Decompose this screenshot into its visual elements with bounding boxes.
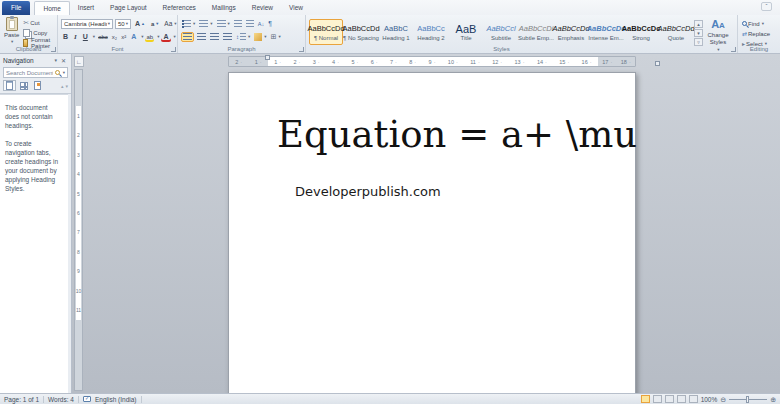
bullets-button[interactable]: ▾: [181, 20, 196, 28]
tab-selector-button[interactable]: ∟: [74, 56, 84, 67]
zoom-in-icon[interactable]: ⊕: [770, 396, 776, 403]
style-item[interactable]: AaBbCcDc Intense Em...: [589, 19, 623, 45]
browse-pages-tab[interactable]: [17, 80, 30, 91]
italic-button[interactable]: I: [72, 33, 79, 41]
gallery-more-icon[interactable]: ▿: [694, 38, 703, 46]
style-preview: AaBbCcDi: [519, 23, 554, 35]
show-marks-button[interactable]: ¶: [267, 20, 273, 27]
document-page[interactable]: Equation = a+ \mu Developerpublish.com: [228, 72, 636, 403]
font-name-select[interactable]: Cambria (Headin▾: [61, 19, 113, 29]
paragraph-group-label: Paragraph: [178, 46, 305, 53]
grow-font-button[interactable]: A▲: [133, 20, 147, 27]
numbering-button[interactable]: ▾: [198, 20, 213, 28]
ribbon-tab[interactable]: References: [155, 1, 204, 15]
style-label: Title: [460, 35, 471, 41]
right-indent-marker[interactable]: [655, 61, 660, 66]
line-spacing-icon: ↕: [236, 34, 239, 40]
ribbon-tab[interactable]: Page Layout: [102, 1, 155, 15]
ruler-number: 5: [351, 59, 358, 65]
zoom-out-icon[interactable]: ⊖: [720, 396, 726, 403]
file-tab[interactable]: File: [2, 1, 30, 15]
clipboard-dialog-launcher-icon[interactable]: [51, 47, 56, 52]
increase-indent-button[interactable]: [245, 20, 255, 28]
search-input[interactable]: Search Document ▾: [3, 67, 68, 78]
next-result-icon[interactable]: ▾: [65, 83, 68, 89]
horizontal-ruler[interactable]: 21 12345678910111213141516 1718: [228, 56, 636, 67]
align-left-button[interactable]: [181, 32, 194, 42]
align-right-button[interactable]: [209, 33, 220, 41]
style-item[interactable]: AaBbCcDd ¶ Normal: [309, 19, 343, 45]
multilevel-list-button[interactable]: ▾: [216, 20, 231, 28]
highlight-button[interactable]: ab: [145, 34, 154, 40]
language-indicator[interactable]: English (India): [95, 396, 137, 403]
sort-button[interactable]: A↓: [257, 21, 265, 27]
style-item[interactable]: AaBbCcDc Strong: [624, 19, 658, 45]
close-icon[interactable]: ✕: [59, 57, 68, 64]
browse-headings-tab[interactable]: [3, 80, 16, 91]
fullscreen-reading-view-button[interactable]: [653, 395, 662, 403]
style-item[interactable]: AaBbCcDd ¶ No Spacing: [344, 19, 378, 45]
style-item[interactable]: AaBbCc Heading 2: [414, 19, 448, 45]
change-styles-button[interactable]: AA Change Styles▾: [703, 17, 733, 45]
styles-group-label: Styles: [306, 46, 697, 53]
ribbon-tab[interactable]: Home: [34, 1, 69, 15]
change-case-button[interactable]: Aa▾: [163, 20, 177, 27]
style-item[interactable]: AaBbCcDd Emphasis: [554, 19, 588, 45]
text-effects-button[interactable]: A: [129, 33, 138, 40]
shading-button[interactable]: ▾: [253, 33, 267, 41]
decrease-indent-button[interactable]: [233, 20, 243, 28]
zoom-slider[interactable]: [729, 399, 767, 400]
ruler-number: 15: [559, 59, 569, 65]
paste-button[interactable]: Paste▾: [3, 17, 20, 45]
browse-results-tab[interactable]: [31, 80, 44, 91]
justify-button[interactable]: [222, 33, 233, 41]
print-layout-view-button[interactable]: [641, 395, 650, 403]
align-center-button[interactable]: [196, 33, 207, 41]
strikethrough-button[interactable]: abc: [97, 34, 109, 40]
style-preview: AaBbC: [384, 23, 408, 35]
numbered-list-icon: [199, 20, 208, 28]
replace-button[interactable]: ⇄Replace: [741, 29, 777, 38]
web-layout-view-button[interactable]: [665, 395, 674, 403]
cut-button[interactable]: ✂Cut: [22, 18, 54, 27]
gallery-down-icon[interactable]: ▾: [694, 29, 703, 37]
superscript-button[interactable]: x²: [120, 34, 127, 40]
ribbon-tab[interactable]: Insert: [70, 1, 102, 15]
previous-result-icon[interactable]: ▴: [61, 83, 64, 89]
style-item[interactable]: AaBbC Heading 1: [379, 19, 413, 45]
subscript-button[interactable]: x₂: [111, 34, 118, 40]
document-subtitle-text[interactable]: Developerpublish.com: [229, 184, 635, 199]
zoom-slider-thumb[interactable]: [746, 396, 749, 403]
style-item[interactable]: AaB Title: [449, 19, 483, 45]
style-item[interactable]: AaBbCcl Subtitle: [484, 19, 518, 45]
styles-dialog-launcher-icon[interactable]: [731, 47, 736, 52]
find-button[interactable]: Find▾: [741, 19, 777, 28]
vertical-ruler[interactable]: 1234567891011: [74, 69, 83, 391]
outline-view-button[interactable]: [677, 395, 686, 403]
borders-button[interactable]: ⊞▾: [270, 33, 282, 41]
draft-view-button[interactable]: [689, 395, 698, 403]
font-size-select[interactable]: 50▾: [115, 19, 131, 29]
word-count[interactable]: Words: 4: [48, 396, 74, 403]
shrink-font-button[interactable]: a▼: [149, 21, 161, 27]
spellcheck-icon[interactable]: [83, 396, 91, 402]
font-color-button[interactable]: A: [161, 33, 170, 40]
page-count[interactable]: Page: 1 of 1: [4, 396, 39, 403]
gallery-up-icon[interactable]: ▴: [694, 20, 703, 28]
line-spacing-button[interactable]: ↕▾: [235, 33, 251, 41]
zoom-level[interactable]: 100%: [701, 396, 718, 403]
copy-icon: [23, 29, 30, 37]
styles-group: AaBbCcDd ¶ Normal AaBbCcDd ¶ No Spacing …: [306, 15, 738, 53]
bold-button[interactable]: B: [61, 33, 70, 40]
ribbon-tab[interactable]: Review: [244, 1, 281, 15]
style-item[interactable]: AaBbCcDd Quote: [659, 19, 693, 45]
font-dialog-launcher-icon[interactable]: [171, 47, 176, 52]
underline-button[interactable]: U: [81, 33, 90, 40]
paragraph-dialog-launcher-icon[interactable]: [299, 47, 304, 52]
style-item[interactable]: AaBbCcDi Subtle Emp...: [519, 19, 553, 45]
ribbon-tab[interactable]: Mailings: [204, 1, 244, 15]
collapse-ribbon-icon[interactable]: ˆ: [761, 2, 772, 11]
indent-marker[interactable]: [265, 55, 270, 60]
document-equation-text[interactable]: Equation = a+ \mu: [229, 113, 635, 156]
ribbon-tab[interactable]: View: [281, 1, 311, 15]
